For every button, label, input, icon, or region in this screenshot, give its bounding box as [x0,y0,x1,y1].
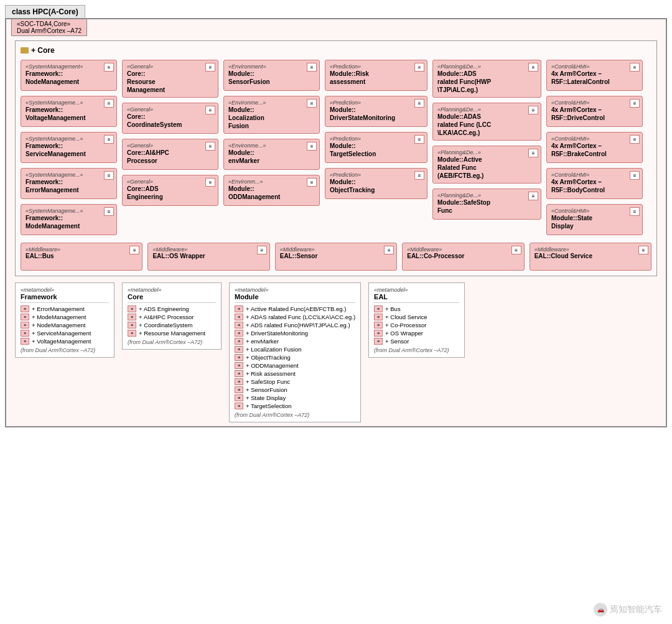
odd-management-box: «Environm...» Module::ODDManagement ≡ [223,175,320,206]
mod-label-6: + Localization Fusion [246,346,302,353]
bc-name: 4x Arm®Cortex –R5F::BrakeControl [551,142,638,158]
fw-icon-2: ≡ [21,314,29,320]
volt-mgmt-name: Framework::VoltageManagement [26,106,112,122]
core-item-3: ≡+ CoordinateSystem [128,322,216,328]
ot-stereotype: «Prediction» [330,172,422,178]
mode-mgmt-icon: ≡ [104,207,114,216]
mod-label-1: + Active Ralated Func(AEB/FCTB.eg.) [246,305,346,312]
ra-name: Module::Riskassessment [330,70,422,86]
sensor-icon: ≡ [384,246,394,254]
middleware-row: «Middleware» EAL::Bus ≡ «Middleware» EAL… [21,243,651,271]
mod-label-9: + Risk assessment [246,370,296,377]
general-col: «General» Core::ResourseManagement ≡ «Ge… [122,60,218,206]
core-outer: + Core «SystemManagement» Framework::Nod… [15,40,657,276]
risk-assessment-box: «Prediction» Module::Riskassessment ≡ [325,60,427,91]
core-meta-stereotype: «metamodel» [128,287,216,293]
ts-icon: ≡ [414,135,424,144]
eal-icon-4: ≡ [374,330,383,337]
core-icon-2: ≡ [128,314,136,320]
ads-eng-icon: ≡ [205,178,215,187]
sensor-name: EAL::Sensor [280,253,392,259]
lf-name: Module::LocalizationFusion [228,106,315,130]
watermark-text: 焉知智能汽车 [610,604,662,615]
res-mgmt-icon: ≡ [205,63,215,72]
fw-item-2: ≡+ ModeManagement [21,314,109,320]
adas-ralated-func-box: «Planning&De...» Module::ADASralated Fun… [432,103,541,141]
mod-item-3: ≡+ ADS ralated Func(HWP\TJP\ALC.eg.) [235,322,355,328]
ot-icon: ≡ [414,171,424,180]
mod-label-8: + ODDManagement [246,362,299,369]
mod-footer: (from Dual Arm®Cortex –A72) [235,412,355,418]
sf-stereotype: «Environment» [228,63,315,70]
folder-icon [21,47,29,54]
dc-icon: ≡ [630,99,640,108]
coord-icon: ≡ [205,106,215,114]
em-name: Module::envMarker [228,149,315,165]
core-label-4: + Resourse Management [139,330,205,337]
tab-bar: class HPC(A-Core) [5,5,667,18]
soc-label: «SOC-TDA4,Core» Dual Arm®Cortex –A72 [11,19,87,36]
mod-item-6: ≡+ Localization Fusion [235,346,355,353]
ra-icon: ≡ [414,63,424,72]
coord-stereotype: «General» [127,106,213,113]
core-item-2: ≡+ AI&HPC Processor [128,314,216,320]
core-icon-3: ≡ [128,322,136,328]
fw-icon-4: ≡ [21,330,29,337]
fw-icon-3: ≡ [21,322,29,328]
soc-box: «SOC-TDA4,Core» Dual Arm®Cortex –A72 + C… [5,18,667,427]
err-mgmt-icon: ≡ [104,171,114,180]
bus-name: EAL::Bus [26,253,138,259]
cop-stereotype: «Middleware» [407,246,519,253]
watermark-icon: 🚗 [594,603,607,617]
mod-label-10: + SafeStop Func [246,378,290,385]
odd-name: Module::ODDManagement [228,185,315,201]
state-display-box: «Control&HMI» Module::StateDisplay ≡ [546,204,643,235]
driver-state-monitoring-box: «Prediction» Module::DriverStateMonitori… [325,96,427,127]
core-item-1: ≡+ ADS Engineering [128,305,216,312]
dsm-name: Module::DriverStateMonitoring [330,106,422,122]
mod-label-2: + ADAS ralated Func (LCC\LKA\ACC.eg.) [246,314,355,320]
mod-icon-11: ≡ [235,386,243,393]
mod-label-13: + TargetSelection [246,403,292,409]
osw-icon: ≡ [257,246,267,254]
mod-label-12: + State Display [246,394,286,401]
mod-label-7: + ObjectTracking [246,354,291,361]
svc-mgmt-name: Framework::ServiceManagement [26,142,112,158]
mod-item-8: ≡+ ODDManagement [235,362,355,369]
eal-bus-box: «Middleware» EAL::Bus ≡ [21,243,142,271]
prediction-col: «Prediction» Module::Riskassessment ≡ «P… [325,60,427,199]
ads-ralated-func-box: «Planning&De...» Module::ADSralated Func… [432,60,541,98]
mod-item-11: ≡+ SensorFusion [235,386,355,393]
comp-grid: «SystemManagement» Framework::NodeManage… [21,60,651,235]
ssf-icon: ≡ [528,192,538,200]
core-icon-1: ≡ [128,305,136,312]
ot-name: Module::ObjectTracking [330,178,422,194]
fw-item-3: ≡+ NodeManagement [21,322,109,328]
mod-item-1: ≡+ Active Ralated Func(AEB/FCTB.eg.) [235,305,355,312]
lc-name: 4x Arm®Cortex –R5F::LateralControl [551,70,638,86]
ssf-name: Module::SafeStopFunc [437,198,536,215]
em-icon: ≡ [307,142,317,151]
cs-name: EAL::Cloud Service [534,253,646,259]
mod-label-11: + SensorFusion [246,386,287,393]
mod-item-2: ≡+ ADAS ralated Func (LCC\LKA\ACC.eg.) [235,314,355,320]
lf-stereotype: «Environme...» [228,100,315,106]
sd-icon: ≡ [630,207,640,216]
bus-icon: ≡ [129,246,139,254]
class-tab[interactable]: class HPC(A-Core) [5,5,85,18]
fw-label-5: + VoltageManagement [32,338,91,345]
mod-icon-10: ≡ [235,378,243,385]
system-management-col: «SystemManagement» Framework::NodeManage… [21,60,117,235]
mod-label-3: + ADS ralated Func(HWP\TJP\ALC.eg.) [246,322,350,328]
aihpc-name: Core::AI&HPCProcessor [127,149,213,165]
eal-metamodel: «metamodel» EAL ≡+ Bus ≡+ Cloud Service … [368,282,465,358]
eal-icon-2: ≡ [374,314,383,320]
svc-mgmt-icon: ≡ [104,135,114,144]
osw-stereotype: «Middleware» [152,246,264,253]
eal-coprocessor-box: «Middleware» EAL::Co-Processor ≡ [402,243,524,271]
mod-icon-7: ≡ [235,354,243,361]
mod-icon-6: ≡ [235,346,243,353]
soc-stereotype: «SOC-TDA4,Core» [17,21,70,27]
bdc-stereotype: «Control&HMI» [551,172,638,178]
eal-footer: (from Dual Arm®Cortex –A72) [374,347,459,353]
